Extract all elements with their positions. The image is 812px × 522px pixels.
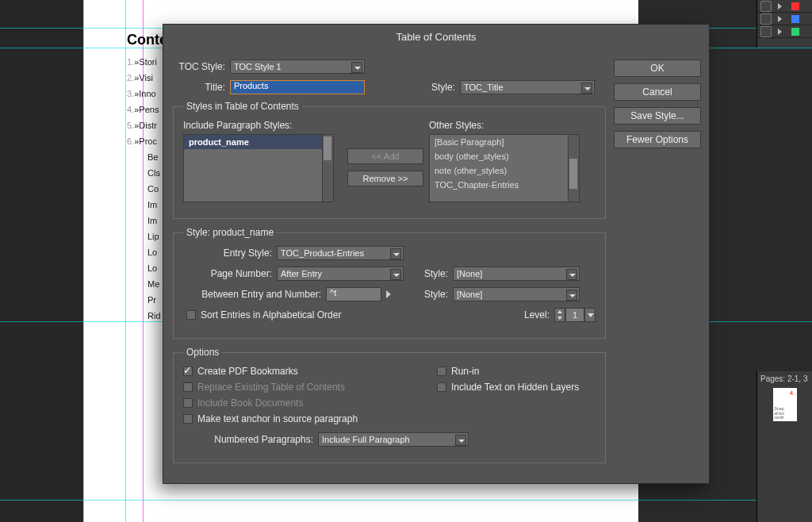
- pdf-bookmarks-checkbox[interactable]: Create PDF Bookmarks: [183, 366, 405, 377]
- title-label: Title:: [173, 82, 230, 93]
- style-detail-group: Style: product_name Entry Style: TOC_Pro…: [173, 227, 606, 339]
- checkbox-icon[interactable]: [437, 367, 446, 376]
- guide-horizontal: [0, 500, 812, 501]
- list-item[interactable]: note (other_styles): [430, 163, 579, 178]
- entry-style-dropdown[interactable]: TOC_Product-Entries: [277, 246, 404, 260]
- include-styles-list[interactable]: product_name: [183, 134, 334, 202]
- numbered-paragraphs-dropdown[interactable]: Include Full Paragraph: [318, 432, 469, 447]
- between-input[interactable]: ^t: [326, 287, 381, 301]
- checkbox-icon: [183, 382, 193, 392]
- scrollbar[interactable]: [322, 135, 333, 202]
- scrollbar-thumb[interactable]: [324, 136, 331, 160]
- other-styles-label: Other Styles:: [429, 120, 588, 131]
- table-of-contents-dialog: Table of Contents OK Cancel Save Style..…: [163, 24, 710, 484]
- page-number-style-label: Style:: [404, 268, 453, 279]
- stepper-spin-icon[interactable]: [554, 308, 565, 322]
- run-in-label: Run-in: [451, 366, 479, 377]
- level-stepper[interactable]: 1: [554, 308, 596, 322]
- replace-toc-label: Replace Existing Table of Contents: [197, 382, 345, 393]
- checkbox-icon[interactable]: [183, 414, 193, 424]
- list-item[interactable]: body (other_styles): [430, 149, 579, 163]
- text-anchor-checkbox[interactable]: Make text anchor in source paragraph: [183, 413, 405, 424]
- title-style-label: Style:: [365, 82, 460, 93]
- list-item[interactable]: TOC_Chapter-Entries: [430, 178, 579, 192]
- layer-row[interactable]: [757, 13, 812, 25]
- save-style-button[interactable]: Save Style...: [614, 107, 701, 125]
- styles-group-legend: Styles in Table of Contents: [183, 101, 302, 112]
- chevron-down-icon: [390, 269, 401, 280]
- page-thumb-marker: 4.: [790, 390, 795, 397]
- fewer-options-button[interactable]: Fewer Options: [614, 131, 701, 148]
- between-label: Between Entry and Number:: [183, 289, 326, 300]
- page-number-label: Page Number:: [183, 268, 277, 279]
- layer-color-swatch: [791, 2, 799, 10]
- guide-vertical: [83, 0, 84, 522]
- layer-row[interactable]: [757, 25, 812, 38]
- page-title: Conte: [127, 32, 167, 48]
- add-button[interactable]: << Add: [347, 148, 423, 164]
- disclosure-triangle-icon[interactable]: [778, 3, 782, 10]
- cancel-button[interactable]: Cancel: [614, 83, 701, 101]
- level-label: Level:: [516, 309, 554, 320]
- list-item[interactable]: product_name: [184, 135, 333, 149]
- disclosure-triangle-icon[interactable]: [778, 16, 782, 22]
- style-detail-legend: Style: product_name: [183, 227, 277, 238]
- chevron-down-icon: [566, 269, 577, 280]
- visibility-toggle-icon[interactable]: [760, 26, 772, 37]
- options-group: Options Create PDF Bookmarks Replace Exi…: [173, 347, 606, 463]
- pdf-bookmarks-label: Create PDF Bookmarks: [197, 366, 298, 377]
- page-thumb-text: Duepall'azicertifi: [775, 407, 784, 420]
- sort-label: Sort Entries in Alphabetical Order: [201, 309, 341, 320]
- guide-vertical: [125, 0, 126, 522]
- between-style-dropdown[interactable]: [None]: [453, 287, 580, 301]
- include-book-checkbox: Include Book Documents: [183, 397, 405, 409]
- sort-checkbox[interactable]: Sort Entries in Alphabetical Order: [186, 309, 341, 320]
- page-number-dropdown[interactable]: After Entry: [277, 267, 404, 281]
- chevron-down-icon: [390, 248, 401, 259]
- toc-style-label: TOC Style:: [173, 61, 230, 72]
- disclosure-triangle-icon[interactable]: [778, 29, 782, 35]
- checkbox-icon[interactable]: [186, 310, 196, 320]
- page-thumbnail[interactable]: 4. Duepall'azicertifi: [773, 388, 797, 421]
- checkbox-icon: [183, 398, 193, 408]
- ok-button[interactable]: OK: [614, 59, 701, 77]
- remove-button[interactable]: Remove >>: [347, 171, 423, 186]
- scrollbar[interactable]: [568, 135, 579, 202]
- layers-panel: [756, 0, 812, 48]
- pages-panel: Pages: 2-1, 3 4. Duepall'azicertifi: [756, 371, 812, 522]
- chevron-down-icon: [566, 290, 577, 301]
- chevron-down-icon: [351, 62, 362, 73]
- title-style-dropdown[interactable]: TOC_Title: [460, 80, 595, 94]
- layer-color-swatch: [791, 28, 799, 36]
- styles-in-toc-group: Styles in Table of Contents Include Para…: [173, 101, 606, 219]
- entry-style-label: Entry Style:: [183, 248, 277, 259]
- layer-color-swatch: [791, 15, 799, 23]
- text-anchor-label: Make text anchor in source paragraph: [197, 413, 358, 424]
- document-toc-list: 1.»Stori 2.»Visi 3.»Inno 4.»Pens 5.»Dist…: [127, 54, 161, 324]
- page-number-style-dropdown[interactable]: [None]: [453, 267, 580, 281]
- scrollbar-thumb[interactable]: [569, 159, 577, 189]
- chevron-down-icon: [455, 435, 466, 446]
- hidden-layers-label: Include Text on Hidden Layers: [451, 382, 579, 393]
- special-char-menu-icon[interactable]: [386, 290, 391, 298]
- other-styles-list[interactable]: [Basic Paragraph] body (other_styles) no…: [429, 134, 580, 202]
- between-style-label: Style:: [404, 289, 453, 300]
- canvas-dark-left: [0, 0, 83, 522]
- include-book-label: Include Book Documents: [197, 397, 303, 409]
- title-input[interactable]: Products: [230, 80, 365, 94]
- run-in-checkbox[interactable]: Run-in: [437, 366, 579, 377]
- list-item[interactable]: [Basic Paragraph]: [430, 135, 579, 149]
- options-legend: Options: [183, 347, 222, 358]
- toc-style-dropdown[interactable]: TOC Style 1: [230, 59, 365, 74]
- layer-row[interactable]: [757, 0, 812, 13]
- pages-panel-label: Pages: 2-1, 3: [760, 374, 809, 383]
- checkbox-icon[interactable]: [437, 382, 446, 392]
- checkbox-icon[interactable]: [183, 367, 193, 376]
- visibility-toggle-icon[interactable]: [760, 13, 772, 25]
- chevron-down-icon[interactable]: [584, 308, 596, 322]
- visibility-toggle-icon[interactable]: [760, 1, 772, 12]
- dialog-title: Table of Contents: [163, 25, 709, 54]
- hidden-layers-checkbox[interactable]: Include Text on Hidden Layers: [437, 382, 579, 393]
- level-value[interactable]: 1: [565, 308, 584, 322]
- include-styles-label: Include Paragraph Styles:: [183, 120, 342, 131]
